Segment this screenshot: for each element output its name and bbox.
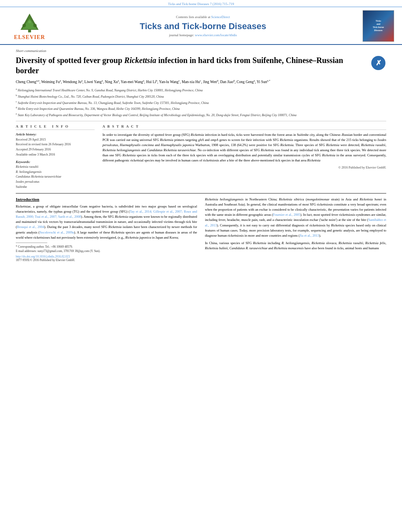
- sciencedirect-anchor[interactable]: ScienceDirect: [211, 15, 230, 19]
- affiliation-b: b Shanghai Huimi Biotechnology Co., Ltd.…: [16, 93, 386, 99]
- issn-line: 1877-959X/© 2016 Published by Elsevier G…: [16, 258, 197, 262]
- journal-reference: Ticks and Tick-borne Diseases 7 (2016) 7…: [168, 2, 234, 6]
- article-info-col: A R T I C L E I N F O Article history: R…: [16, 124, 95, 190]
- elsevier-logo: ELSEVIER: [8, 12, 51, 41]
- homepage-link[interactable]: www.elsevier.com/locate/ttbdis: [195, 33, 237, 37]
- intro-title: Introduction: [16, 197, 197, 202]
- affiliation-e: e State Key Laboratory of Pathogens and …: [16, 112, 386, 118]
- article-title-row: Diversity of spotted fever group Rickett…: [16, 55, 386, 76]
- abstract-col: A B S T R A C T In order to investigate …: [102, 124, 386, 190]
- keyword-1: Rickettsia raoultii: [16, 165, 95, 170]
- body-col-left: Introduction Rickettsiae, a group of obl…: [16, 197, 197, 262]
- elsevier-tree-icon: [14, 12, 45, 33]
- history-label: Article history:: [16, 132, 95, 136]
- divider-after-affiliations: [16, 121, 386, 121]
- page: Ticks and Tick-borne Diseases 7 (2016) 7…: [0, 0, 402, 532]
- main-divider: [16, 193, 386, 194]
- affiliation-c: c Suifenhe Entry-exit Inspection and Qua…: [16, 100, 386, 106]
- svg-point-5: [28, 20, 31, 23]
- journal-homepage: journal homepage: www.elsevier.com/locat…: [51, 33, 355, 37]
- journal-header-center: Contents lists available at ScienceDirec…: [51, 15, 355, 37]
- journal-title: Ticks and Tick-borne Diseases: [51, 21, 355, 32]
- doi-line: http://dx.doi.org/10.1016/j.ttbdis.2016.…: [16, 255, 197, 258]
- elsevier-text: ELSEVIER: [14, 34, 45, 41]
- crossmark-badge: ✗: [370, 55, 386, 71]
- elsevier-logo-area: ELSEVIER: [8, 12, 51, 41]
- copyright-line: © 2016 Published by Elsevier GmbH.: [102, 166, 386, 169]
- keyword-3: Candidatus Rickettsia tarasevichiae: [16, 174, 95, 180]
- affiliation-d: d Heihe Entry-exit Inspection and Quaran…: [16, 106, 386, 111]
- affiliations: a Heilongjiang International Travel Heal…: [16, 87, 386, 117]
- ttbd-logo-text: TicksandTick-borneDiseases: [373, 20, 384, 32]
- top-bar: Ticks and Tick-borne Diseases 7 (2016) 7…: [0, 0, 402, 7]
- intro-para-1: Rickettsiae, a group of obligate intrace…: [16, 204, 197, 240]
- sciencedirect-link: Contents lists available at ScienceDirec…: [51, 15, 355, 19]
- article-type-label: Short communication: [16, 49, 386, 53]
- keyword-5: Suifenhe: [16, 185, 95, 190]
- article-dates: Received 29 April 2015 Received in revis…: [16, 137, 95, 158]
- article-info-abstract: A R T I C L E I N F O Article history: R…: [16, 124, 386, 190]
- keyword-4: Ixodes persulcatus: [16, 180, 95, 185]
- svg-point-3: [22, 24, 26, 27]
- abstract-text: In order to investigate the diversity of…: [102, 132, 386, 163]
- page-header: ELSEVIER Contents lists available at Sci…: [0, 7, 402, 45]
- corresponding-author: * Corresponding author. Tel.: +86 10669 …: [16, 245, 197, 249]
- crossmark-icon: ✗: [371, 56, 385, 70]
- affiliation-a: a Heilongjiang International Travel Heal…: [16, 87, 386, 93]
- keywords-label: Keywords:: [16, 160, 95, 164]
- available-online-date: Available online 3 March 2016: [16, 152, 95, 158]
- keyword-2: R. heilongjiangensis: [16, 170, 95, 175]
- received-revised-date: Received in revised form 26 February 201…: [16, 142, 95, 147]
- body-content: Introduction Rickettsiae, a group of obl…: [16, 197, 386, 262]
- intro-para-3: In China, various species of SFG Rickett…: [205, 241, 386, 251]
- email-line: E-mail addresses: sunyi73@gmail.com, 378…: [16, 249, 197, 253]
- received-date: Received 29 April 2015: [16, 137, 95, 143]
- emails: sunyi73@gmail.com, 3781769 38@qq.com (Y.…: [37, 249, 100, 253]
- keywords-list: Rickettsia raoultii R. heilongjiangensis…: [16, 165, 95, 190]
- accepted-date: Accepted 29 February 2016: [16, 147, 95, 152]
- article-info-header: A R T I C L E I N F O: [16, 124, 95, 130]
- email-label: E-mail addresses:: [16, 249, 37, 253]
- article-content: Short communication Diversity of spotted…: [0, 45, 402, 266]
- footnote: * Corresponding author. Tel.: +86 10669 …: [16, 245, 197, 254]
- ttbd-logo: TicksandTick-borneDiseases: [363, 10, 394, 42]
- article-title: Diversity of spotted fever group Rickett…: [16, 55, 367, 76]
- body-col-right: Rickettsia heilongjiangensis in Northeas…: [205, 197, 386, 262]
- ttbd-logo-area: TicksandTick-borneDiseases: [355, 10, 394, 42]
- authors-line: Cheng Chenga,e, Weiming Fua, Wendong Jua…: [16, 79, 386, 85]
- svg-point-4: [33, 24, 37, 27]
- intro-para-2: Rickettsia heilongjiangensis in Northeas…: [205, 197, 386, 238]
- abstract-header: A B S T R A C T: [102, 124, 386, 130]
- footnote-divider: [16, 243, 47, 243]
